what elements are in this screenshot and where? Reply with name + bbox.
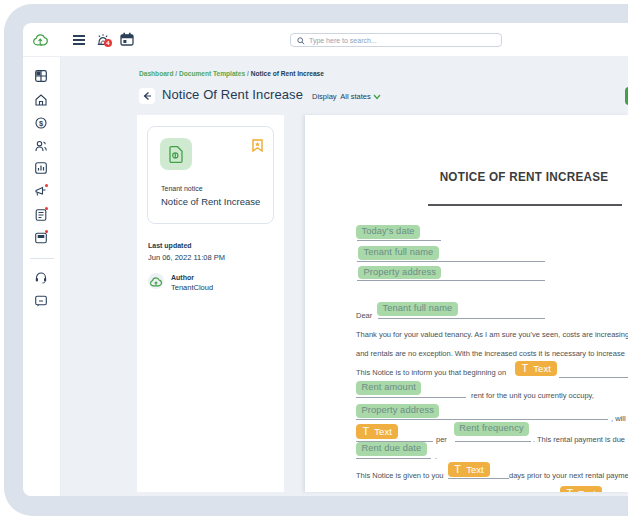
- svg-text:$: $: [39, 119, 44, 128]
